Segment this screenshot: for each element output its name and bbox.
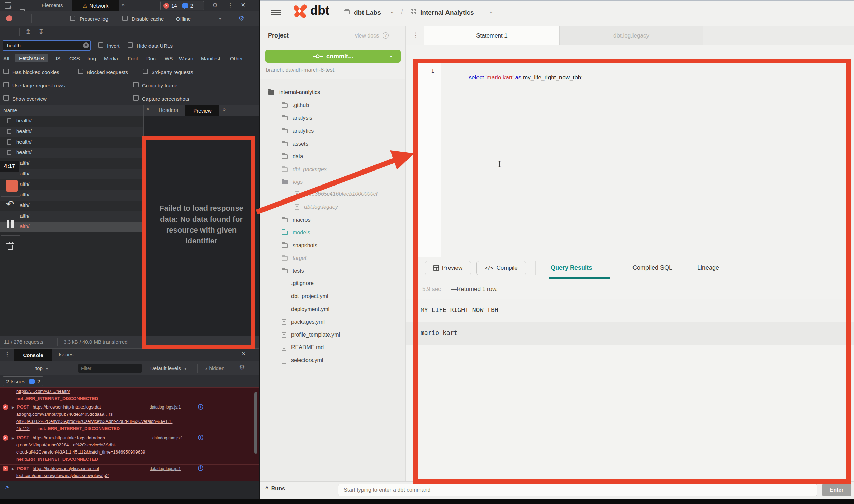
tree-item[interactable]: .nf...3665c416bfecb1000000cf [295, 191, 378, 197]
chip-css[interactable]: CSS [69, 56, 80, 61]
more-tabs-icon[interactable]: » [122, 2, 125, 8]
network-filter-input[interactable] [3, 40, 91, 51]
import-har-icon[interactable]: ↥ [25, 28, 31, 36]
request-row-selected[interactable]: alth/ [0, 222, 143, 232]
levels-selector[interactable]: Default levels ▾ [150, 365, 186, 371]
tree-item[interactable]: assets [282, 141, 308, 147]
tab-console[interactable]: Console [14, 349, 52, 361]
dbt-command-input[interactable] [338, 484, 817, 496]
source-link[interactable]: datadog-logs.js:1 [150, 465, 181, 472]
tab-statement-1[interactable]: Statement 1 [424, 26, 560, 45]
has-blocked-cookies-checkbox[interactable] [3, 69, 9, 74]
capture-screenshots-checkbox[interactable] [133, 95, 139, 101]
console-scrollbar[interactable] [254, 392, 257, 454]
delete-recording-icon[interactable] [8, 245, 13, 250]
tree-item[interactable]: README.md [282, 344, 324, 351]
chip-js[interactable]: JS [55, 56, 61, 61]
chip-all[interactable]: All [3, 56, 9, 61]
chip-fetch-xhr[interactable]: Fetch/XHR [15, 54, 48, 62]
tree-item[interactable]: macros [282, 217, 310, 223]
chip-ws[interactable]: WS [165, 56, 173, 61]
invert-checkbox[interactable] [98, 42, 103, 48]
dbt-logo-icon[interactable] [290, 2, 310, 20]
console-error[interactable]: ✕ ▶ POST https://browser-http-intake.log… [0, 403, 260, 434]
export-har-icon[interactable]: ↧ [38, 28, 44, 36]
tree-item[interactable]: logs [282, 179, 303, 185]
extension-info-icon[interactable]: i [198, 465, 203, 471]
tab-network[interactable]: ⚠ Network [72, 0, 119, 11]
kebab-menu-icon[interactable]: ⋮ [227, 2, 233, 9]
console-error[interactable]: ✕ ▶ POST https://rum-http-intake.logs.da… [0, 434, 260, 464]
account-chevron-icon[interactable]: ⌄ [389, 8, 395, 15]
error-url[interactable]: https://….com/v1/…/health/ [16, 388, 70, 395]
tree-item[interactable]: target [282, 255, 307, 261]
chip-wasm[interactable]: Wasm [179, 56, 193, 61]
request-row[interactable]: health/ [0, 127, 143, 137]
project-selector[interactable]: Internal Analytics [420, 9, 474, 16]
stop-recording-button[interactable] [6, 180, 18, 192]
console-kebab-icon[interactable]: ⋮ [4, 351, 10, 358]
tree-item[interactable]: profile_template.yml [282, 332, 340, 338]
extension-info-icon[interactable]: i [198, 435, 203, 440]
request-row[interactable]: alth/ [0, 190, 143, 201]
tree-item-models[interactable]: models [282, 229, 310, 236]
tree-item[interactable]: analytics [282, 128, 314, 134]
throttling-dropdown-icon[interactable]: ▾ [219, 16, 222, 21]
close-devtools-icon[interactable]: × [241, 1, 245, 10]
view-docs-help-icon[interactable]: ? [383, 32, 389, 39]
source-link[interactable]: datadog-rum.js:1 [152, 434, 183, 442]
tree-item[interactable]: packages.yml [282, 319, 325, 325]
large-rows-checkbox[interactable] [3, 82, 9, 87]
tab-preview[interactable]: Preview [185, 105, 219, 116]
tree-item[interactable]: .github [282, 102, 309, 108]
record-icon[interactable] [6, 15, 12, 21]
request-row[interactable]: alth/ [0, 211, 143, 222]
error-url[interactable]: https://fishtownanalytics.sinter-col [33, 465, 99, 472]
pause-recording-icon[interactable] [7, 220, 9, 228]
error-url[interactable]: https://rum-http-intake.logs.datadogh [33, 434, 105, 441]
expand-icon[interactable]: ▶ [12, 404, 14, 411]
chip-doc[interactable]: Doc [146, 56, 156, 61]
runs-toggle[interactable]: ^ Runs [265, 486, 285, 492]
tree-item-root[interactable]: internal-analytics [268, 89, 320, 95]
inspect-icon[interactable] [5, 2, 11, 9]
tab-dbt-log-legacy[interactable]: dbt.log.legacy [560, 26, 703, 45]
tree-item[interactable]: snapshots [282, 242, 317, 249]
tree-item[interactable]: dbt_packages [282, 166, 327, 173]
account-selector[interactable]: dbt Labs [354, 9, 381, 16]
project-chevron-icon[interactable]: ⌄ [488, 8, 494, 15]
request-row[interactable]: health/ [0, 148, 143, 158]
request-row[interactable]: alth/ [0, 201, 143, 211]
console-filter-input[interactable] [78, 364, 142, 373]
hide-data-urls-checkbox[interactable] [128, 42, 133, 48]
enter-button[interactable]: Enter [822, 484, 851, 496]
chip-img[interactable]: Img [87, 56, 96, 61]
extension-info-icon[interactable]: i [198, 404, 203, 410]
group-by-frame-checkbox[interactable] [133, 82, 139, 87]
tree-item[interactable]: selectors.yml [282, 357, 323, 364]
chip-other[interactable]: Other [230, 56, 243, 61]
blocked-requests-checkbox[interactable] [78, 69, 83, 74]
tab-elements[interactable]: Elements [42, 2, 63, 8]
tree-item[interactable]: tests [282, 268, 304, 274]
request-row[interactable]: alth/ [0, 158, 143, 169]
tree-item[interactable]: deployment.yml [282, 306, 329, 312]
chip-font[interactable]: Font [128, 56, 138, 61]
request-row[interactable]: health/ [0, 137, 143, 148]
context-selector[interactable]: top ▾ [35, 365, 48, 371]
throttling-select[interactable]: Offline [176, 16, 191, 22]
tree-item[interactable]: .gitignore [282, 280, 314, 286]
undo-icon[interactable]: ↶ [6, 198, 14, 210]
close-console-icon[interactable]: × [242, 350, 246, 358]
error-url[interactable]: https://browser-http-intake.logs.dat [33, 403, 101, 411]
tree-item[interactable]: analysis [282, 115, 312, 121]
commit-button[interactable]: commit... ⌄ [265, 50, 401, 63]
preview-more-tabs-icon[interactable]: » [223, 106, 226, 113]
tab-headers[interactable]: Headers [159, 107, 178, 113]
preserve-log-checkbox[interactable] [70, 16, 75, 21]
hamburger-menu-icon[interactable] [271, 10, 281, 11]
request-row[interactable]: health/ [0, 116, 143, 127]
request-row[interactable]: alth/ [0, 169, 143, 179]
chip-media[interactable]: Media [104, 56, 118, 61]
view-docs-link[interactable]: view docs [355, 33, 379, 39]
